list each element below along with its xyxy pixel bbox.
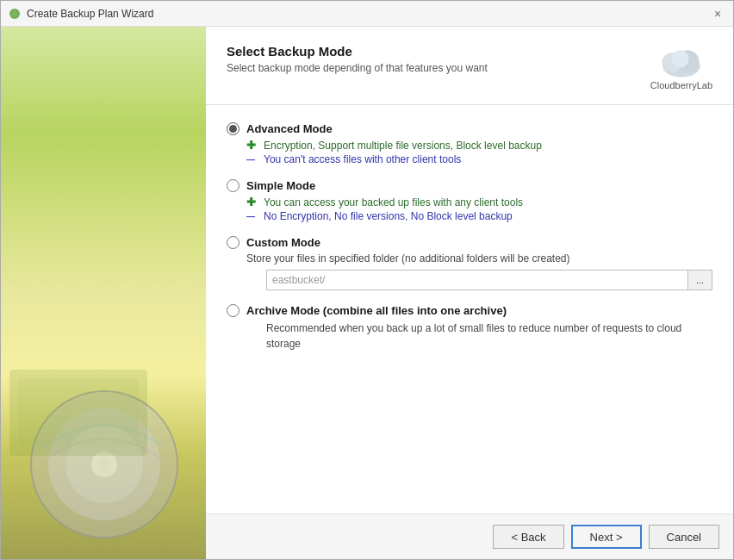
archive-mode-option: Archive Mode (combine all files into one… <box>227 304 712 352</box>
simple-mode-radio[interactable] <box>227 179 239 192</box>
cloudberry-logo-icon <box>656 44 707 78</box>
svg-point-1 <box>12 11 17 16</box>
simple-mode-label-row: Simple Mode <box>227 179 712 192</box>
content-header: Select Backup Mode Select backup mode de… <box>206 27 733 105</box>
title-bar: Create Backup Plan Wizard × <box>1 1 733 27</box>
custom-mode-title: Custom Mode <box>246 236 320 249</box>
simple-con-1: — No Encryption, No file versions, No Bl… <box>246 210 712 222</box>
content-panel: Select Backup Mode Select backup mode de… <box>206 27 733 559</box>
simple-pro-1: ✚ You can access your backed up files wi… <box>246 196 712 208</box>
custom-mode-details: Store your files in specified folder (no… <box>246 252 712 290</box>
simple-mode-title: Simple Mode <box>246 179 315 192</box>
cloudberry-logo: CloudberryLab <box>650 44 712 90</box>
simple-mode-details: ✚ You can access your backed up files wi… <box>246 196 712 222</box>
advanced-con-1-text: You can't access files with other client… <box>264 153 461 165</box>
plus-icon-2: ✚ <box>246 196 258 208</box>
svg-point-13 <box>671 50 688 67</box>
simple-con-1-text: No Encryption, No file versions, No Bloc… <box>264 210 513 222</box>
laptop-graphic <box>1 352 165 456</box>
plus-icon-1: ✚ <box>246 139 258 152</box>
archive-mode-desc: Recommended when you back up a lot of sm… <box>266 320 712 352</box>
advanced-mode-option: Advanced Mode ✚ Encryption, Support mult… <box>227 122 712 165</box>
advanced-pro-1: ✚ Encryption, Support multiple file vers… <box>246 139 712 152</box>
back-button[interactable]: < Back <box>493 525 563 549</box>
header-text: Select Backup Mode Select backup mode de… <box>227 44 633 74</box>
advanced-pro-1-text: Encryption, Support multiple file versio… <box>264 140 542 152</box>
svg-point-7 <box>97 457 111 471</box>
custom-path-input[interactable] <box>266 270 688 290</box>
close-button[interactable]: × <box>709 5 726 22</box>
archive-mode-title: Archive Mode (combine all files into one… <box>246 304 507 317</box>
sidebar <box>1 27 206 559</box>
custom-mode-radio[interactable] <box>227 236 239 249</box>
header-subtitle: Select backup mode depending of that fea… <box>227 62 633 74</box>
svg-rect-9 <box>18 378 139 447</box>
cloudberry-logo-text: CloudberryLab <box>650 80 712 90</box>
advanced-mode-details: ✚ Encryption, Support multiple file vers… <box>246 139 712 165</box>
next-button[interactable]: Next > <box>571 525 642 549</box>
advanced-con-1: — You can't access files with other clie… <box>246 153 712 165</box>
header-title: Select Backup Mode <box>227 44 633 59</box>
custom-mode-option: Custom Mode Store your files in specifie… <box>227 236 712 290</box>
minus-icon-1: — <box>246 155 258 165</box>
footer: < Back Next > Cancel <box>206 513 733 559</box>
advanced-mode-title: Advanced Mode <box>246 122 333 135</box>
custom-mode-desc: Store your files in specified folder (no… <box>246 252 712 264</box>
cancel-button[interactable]: Cancel <box>649 525 719 549</box>
advanced-mode-label-row: Advanced Mode <box>227 122 712 135</box>
options-area: Advanced Mode ✚ Encryption, Support mult… <box>206 105 733 513</box>
app-icon <box>8 7 22 21</box>
main-area: Select Backup Mode Select backup mode de… <box>1 27 733 559</box>
wizard-window: Create Backup Plan Wizard × <box>0 0 734 560</box>
custom-path-row: ... <box>266 270 712 290</box>
minus-icon-2: — <box>246 212 258 221</box>
archive-mode-details: Recommended when you back up a lot of sm… <box>246 320 712 352</box>
archive-mode-radio[interactable] <box>227 304 239 317</box>
custom-path-browse-button[interactable]: ... <box>688 270 712 290</box>
custom-mode-label-row: Custom Mode <box>227 236 712 249</box>
title-bar-text: Create Backup Plan Wizard <box>27 8 709 20</box>
simple-pro-1-text: You can access your backed up files with… <box>264 196 523 208</box>
archive-mode-label-row: Archive Mode (combine all files into one… <box>227 304 712 317</box>
simple-mode-option: Simple Mode ✚ You can access your backed… <box>227 179 712 222</box>
advanced-mode-radio[interactable] <box>227 122 239 135</box>
